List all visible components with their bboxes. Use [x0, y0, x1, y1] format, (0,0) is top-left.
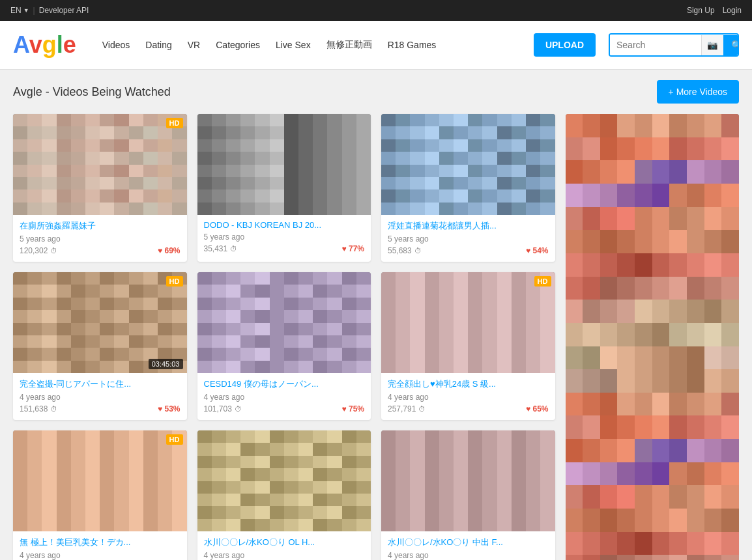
video-card[interactable]: CESD149 僕の母はノーパン...4 years ago101,703⏱♥ … — [197, 272, 371, 420]
video-thumbnail: HD03:45:03 — [13, 272, 187, 373]
search-input[interactable] — [610, 35, 701, 55]
video-card[interactable]: HD03:45:03完全盗撮-同じアパートに住...4 years ago151… — [13, 272, 187, 420]
top-bar: EN ▼ | Developer API Sign Up Login — [0, 0, 752, 21]
nav-categories[interactable]: Categories — [209, 36, 267, 54]
view-count: 151,638 — [20, 404, 48, 413]
content-area: Avgle - Videos Being Watched + More Vide… — [0, 70, 752, 560]
rating-percent: 54% — [532, 246, 548, 255]
clock-icon: ⏱ — [50, 405, 57, 413]
video-card[interactable]: 淫娃直播連菊花都讓男人插...5 years ago55,683⏱♥ 54% — [381, 114, 555, 262]
clock-icon: ⏱ — [230, 245, 237, 253]
video-card[interactable]: DODO - KBJ KOREAN BJ 20...5 years ago35,… — [197, 114, 371, 262]
video-rating: ♥ 77% — [342, 244, 365, 253]
video-thumbnail: HD — [381, 272, 555, 373]
logo[interactable]: Avgle — [13, 31, 76, 59]
nav-livesex[interactable]: Live Sex — [269, 36, 317, 54]
heart-icon: ♥ — [342, 404, 347, 413]
heart-icon: ♥ — [342, 244, 347, 253]
video-rating: ♥ 75% — [342, 404, 365, 413]
search-submit-button[interactable]: 🔍 — [723, 35, 739, 55]
video-age: 4 years ago — [388, 393, 549, 402]
video-thumbnail — [381, 430, 555, 531]
video-duration: 03:45:03 — [149, 359, 183, 369]
page-title-row: Avgle - Videos Being Watched + More Vide… — [13, 80, 739, 104]
rating-percent: 75% — [349, 404, 364, 413]
ad-card-large[interactable] — [566, 114, 740, 560]
nav-dating[interactable]: Dating — [139, 36, 178, 54]
camera-icon: 📷 — [707, 40, 718, 50]
clock-icon: ⏱ — [414, 247, 422, 255]
video-thumbnail — [197, 430, 371, 531]
nav-uncensored[interactable]: 無修正動画 — [320, 35, 379, 55]
video-stats: 257,791⏱♥ 65% — [388, 404, 549, 413]
camera-search-button[interactable]: 📷 — [701, 35, 723, 55]
lang-label: EN — [10, 6, 22, 15]
video-card[interactable]: 水川〇〇レ/水KO〇り OL H...4 years ago304,581⏱♥ … — [197, 430, 371, 560]
video-card[interactable]: HD無 極上！美巨乳美女！デカ...4 years ago1,250,535⏱♥… — [13, 430, 187, 560]
language-selector[interactable]: EN ▼ — [10, 6, 29, 15]
clock-icon: ⏱ — [418, 405, 426, 413]
rating-percent: 69% — [164, 246, 180, 255]
rating-percent: 77% — [349, 244, 364, 253]
logo-a: A — [13, 31, 29, 58]
video-card[interactable]: 水川〇〇レ/水KO〇り 中出 F...4 years ago276,664⏱♥ … — [381, 430, 555, 560]
video-title[interactable]: 無 極上！美巨乳美女！デカ... — [20, 537, 181, 548]
video-stats: 101,703⏱♥ 75% — [204, 404, 365, 413]
video-thumbnail — [197, 272, 371, 373]
video-rating: ♥ 65% — [526, 404, 549, 413]
more-videos-button[interactable]: + More Videos — [657, 80, 739, 104]
video-stats: 55,683⏱♥ 54% — [388, 246, 549, 255]
video-thumbnail — [381, 114, 555, 215]
search-icon: 🔍 — [731, 40, 739, 50]
hd-badge: HD — [166, 434, 183, 445]
video-age: 5 years ago — [388, 234, 549, 244]
video-title[interactable]: CESD149 僕の母はノーパン... — [204, 378, 365, 390]
sign-up-link[interactable]: Sign Up — [687, 6, 715, 15]
heart-icon: ♥ — [158, 246, 162, 255]
video-stats: 151,638⏱♥ 53% — [20, 404, 181, 413]
clock-icon: ⏱ — [50, 247, 57, 255]
view-count: 35,431 — [204, 244, 228, 253]
top-bar-left: EN ▼ | Developer API — [10, 6, 89, 15]
separator: | — [33, 6, 35, 15]
video-thumbnail: HD — [13, 114, 187, 215]
video-card[interactable]: HD完全顔出し♥神乳24歳 S 級...4 years ago257,791⏱♥… — [381, 272, 555, 420]
main-nav: Videos Dating VR Categories Live Sex 無修正… — [96, 35, 521, 55]
hd-badge: HD — [534, 276, 551, 287]
video-thumbnail — [197, 114, 371, 215]
heart-icon: ♥ — [526, 404, 530, 413]
video-grid: HD在廁所強姦羅麗妹子5 years ago120,302⏱♥ 69%DODO … — [13, 114, 739, 560]
video-age: 4 years ago — [204, 393, 365, 402]
heart-icon: ♥ — [526, 246, 530, 255]
video-title[interactable]: 淫娃直播連菊花都讓男人插... — [388, 220, 549, 232]
video-thumbnail: HD — [13, 430, 187, 531]
nav-videos[interactable]: Videos — [96, 36, 137, 54]
video-stats: 35,431⏱♥ 77% — [204, 244, 365, 253]
view-count: 120,302 — [20, 246, 48, 255]
nav-vr[interactable]: VR — [181, 36, 207, 54]
video-title[interactable]: 水川〇〇レ/水KO〇り OL H... — [204, 537, 365, 548]
view-count: 55,683 — [388, 246, 412, 255]
header: Avgle Videos Dating VR Categories Live S… — [0, 21, 752, 70]
video-title[interactable]: 完全盗撮-同じアパートに住... — [20, 378, 181, 390]
video-age: 5 years ago — [204, 232, 365, 242]
login-link[interactable]: Login — [723, 6, 742, 15]
developer-api-link[interactable]: Developer API — [39, 6, 89, 15]
rating-percent: 53% — [164, 404, 180, 413]
view-count: 101,703 — [204, 404, 232, 413]
page-title: Avgle - Videos Being Watched — [13, 85, 171, 99]
upload-button[interactable]: UPLOAD — [534, 33, 596, 57]
video-title[interactable]: 完全顔出し♥神乳24歳 S 級... — [388, 378, 549, 390]
nav-r18games[interactable]: R18 Games — [381, 36, 443, 54]
heart-icon: ♥ — [158, 404, 162, 413]
video-rating: ♥ 54% — [526, 246, 549, 255]
video-card[interactable]: HD在廁所強姦羅麗妹子5 years ago120,302⏱♥ 69% — [13, 114, 187, 262]
logo-l: l — [57, 31, 63, 58]
rating-percent: 65% — [532, 404, 548, 413]
video-title[interactable]: DODO - KBJ KOREAN BJ 20... — [204, 220, 365, 230]
video-title[interactable]: 在廁所強姦羅麗妹子 — [20, 220, 181, 232]
video-title[interactable]: 水川〇〇レ/水KO〇り 中出 F... — [388, 537, 549, 548]
search-box: 📷 🔍 — [609, 33, 739, 57]
clock-icon: ⏱ — [235, 405, 242, 413]
chevron-down-icon: ▼ — [23, 7, 29, 14]
